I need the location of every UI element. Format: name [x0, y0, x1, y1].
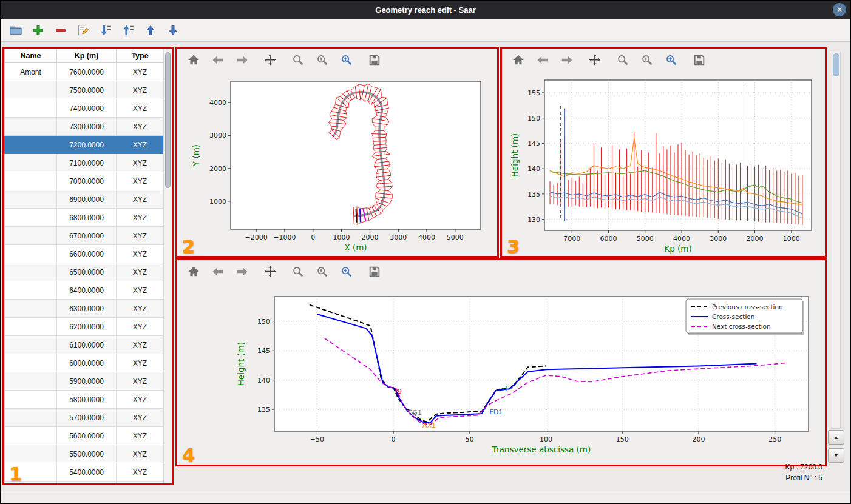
table-row[interactable]: 5300.0000XYZ [5, 482, 164, 486]
table-cell[interactable] [5, 281, 57, 300]
table-cell[interactable] [5, 154, 57, 172]
vertical-scrollbar[interactable] [832, 52, 841, 429]
table-cell[interactable]: XYZ [117, 263, 164, 281]
table-cell[interactable]: XYZ [117, 391, 164, 409]
table-cell[interactable]: 6400.0000 [57, 281, 117, 300]
profile-down-button[interactable]: ▼ [828, 448, 844, 463]
table-row[interactable]: 7400.0000XYZ [5, 99, 164, 118]
table-cell[interactable] [5, 209, 57, 227]
table-cell[interactable]: XYZ [117, 318, 164, 336]
table-cell[interactable]: 7200.0000 [57, 136, 117, 154]
table-cell[interactable]: XYZ [117, 281, 164, 300]
table-row[interactable]: 6400.0000XYZ [5, 281, 164, 300]
move-up-button[interactable] [143, 22, 158, 38]
table-cell[interactable]: XYZ [117, 227, 164, 245]
table-cell[interactable]: 7100.0000 [57, 154, 117, 172]
close-button[interactable]: ✕ [833, 3, 846, 16]
table-cell[interactable]: 6600.0000 [57, 245, 117, 263]
table-cell[interactable]: 7300.0000 [57, 118, 117, 136]
home-button[interactable] [510, 52, 526, 68]
table-row[interactable]: 6900.0000XYZ [5, 190, 164, 209]
table-row[interactable]: 6200.0000XYZ [5, 318, 164, 336]
table-row[interactable]: 7500.0000XYZ [5, 81, 164, 99]
table-cell[interactable] [5, 318, 57, 336]
table-row[interactable]: 6500.0000XYZ [5, 263, 164, 281]
home-button[interactable] [186, 52, 202, 68]
column-header[interactable]: Name [5, 49, 57, 63]
table-cell[interactable] [5, 372, 57, 391]
zoom-original-button[interactable] [314, 52, 330, 68]
table-cell[interactable] [5, 445, 57, 463]
zoom-region-button[interactable] [339, 52, 354, 68]
forward-button[interactable] [559, 52, 575, 68]
table-row[interactable]: 7000.0000XYZ [5, 172, 164, 190]
title-bar[interactable]: Geometry reach edit - Saar ✕ [1, 1, 850, 19]
cross-section-chart[interactable]: −50050100150200250135140145150Transverse… [177, 283, 825, 463]
table-row[interactable]: 5900.0000XYZ [5, 372, 164, 391]
table-cell[interactable]: XYZ [117, 300, 164, 318]
table-cell[interactable]: 5600.0000 [57, 427, 117, 445]
table-cell[interactable]: XYZ [117, 245, 164, 263]
back-button[interactable] [535, 52, 551, 68]
table-cell[interactable]: XYZ [117, 172, 164, 190]
table-cell[interactable]: XYZ [117, 336, 164, 354]
table-cell[interactable]: 6300.0000 [57, 300, 117, 318]
zoom-button[interactable] [615, 52, 631, 68]
zoom-button[interactable] [290, 264, 306, 280]
zoom-original-button[interactable] [314, 264, 330, 280]
table-cell[interactable]: XYZ [117, 427, 164, 445]
pan-button[interactable] [262, 52, 278, 68]
longitudinal-profile-chart[interactable]: 7000600050004000300020001000130135140145… [502, 72, 825, 254]
table-cell[interactable]: 6000.0000 [57, 354, 117, 372]
table-cell[interactable]: 7600.0000 [57, 63, 117, 81]
table-cell[interactable] [5, 190, 57, 209]
table-row[interactable]: 5800.0000XYZ [5, 391, 164, 409]
table-cell[interactable]: XYZ [117, 463, 164, 482]
table-cell[interactable]: 7400.0000 [57, 99, 117, 118]
home-button[interactable] [186, 264, 202, 280]
table-cell[interactable]: 6500.0000 [57, 263, 117, 281]
table-cell[interactable]: 5300.0000 [57, 482, 117, 486]
column-header[interactable]: Type [117, 49, 164, 63]
profile-up-button[interactable]: ▲ [828, 430, 844, 445]
table-row[interactable]: 6600.0000XYZ [5, 245, 164, 263]
table-cell[interactable]: XYZ [117, 81, 164, 99]
sort-ascending-button[interactable] [98, 22, 114, 38]
table-cell[interactable] [5, 336, 57, 354]
table-cell[interactable] [5, 300, 57, 318]
table-cell[interactable]: XYZ [117, 482, 164, 486]
edit-cross-section-button[interactable] [75, 22, 91, 38]
forward-button[interactable] [234, 52, 250, 68]
table-cell[interactable] [5, 354, 57, 372]
table-cell[interactable]: XYZ [117, 63, 164, 81]
zoom-region-button[interactable] [339, 264, 354, 280]
zoom-region-button[interactable] [663, 52, 679, 68]
table-cell[interactable] [5, 136, 57, 154]
column-header[interactable]: Kp (m) [57, 49, 117, 63]
table-cell[interactable] [5, 391, 57, 409]
table-cell[interactable]: XYZ [117, 409, 164, 427]
table-cell[interactable] [5, 118, 57, 136]
table-cell[interactable]: XYZ [117, 154, 164, 172]
zoom-original-button[interactable] [639, 52, 655, 68]
back-button[interactable] [210, 264, 226, 280]
table-cell[interactable]: Amont [5, 63, 57, 81]
table-cell[interactable]: XYZ [117, 190, 164, 209]
table-cell[interactable]: 5900.0000 [57, 372, 117, 391]
table-cell[interactable]: XYZ [117, 354, 164, 372]
table-cell[interactable]: XYZ [117, 372, 164, 391]
table-row[interactable]: 6100.0000XYZ [5, 336, 164, 354]
pan-button[interactable] [587, 52, 603, 68]
table-row[interactable]: Amont7600.0000XYZ [5, 63, 164, 81]
table-row[interactable]: 5400.0000XYZ [5, 463, 164, 482]
table-row[interactable]: 6800.0000XYZ [5, 209, 164, 227]
table-cell[interactable]: 7000.0000 [57, 172, 117, 190]
table-cell[interactable] [5, 409, 57, 427]
move-down-button[interactable] [165, 22, 181, 38]
table-cell[interactable]: 5500.0000 [57, 445, 117, 463]
table-cell[interactable] [5, 81, 57, 99]
table-cell[interactable]: 7500.0000 [57, 81, 117, 99]
add-cross-section-button[interactable] [30, 22, 46, 38]
table-scrollbar[interactable] [163, 49, 172, 483]
table-row[interactable]: 7300.0000XYZ [5, 118, 164, 136]
